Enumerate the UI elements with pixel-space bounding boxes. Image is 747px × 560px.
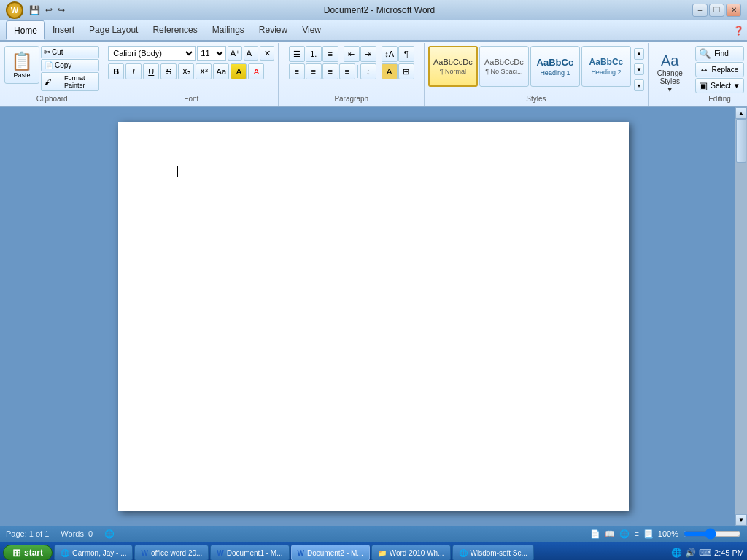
outline-btn[interactable]: ≡ xyxy=(634,529,638,538)
document-page[interactable] xyxy=(118,122,629,511)
scroll-thumb[interactable] xyxy=(736,119,746,163)
tab-mailings[interactable]: Mailings xyxy=(205,22,252,40)
grow-font-btn[interactable]: A⁺ xyxy=(228,46,242,61)
decrease-indent-button[interactable]: ⇤ xyxy=(344,46,360,62)
strikethrough-button[interactable]: S xyxy=(160,63,177,79)
scroll-up-btn[interactable]: ▲ xyxy=(735,107,747,119)
find-icon: 🔍 xyxy=(699,48,711,59)
format-painter-button[interactable]: 🖌 Format Painter xyxy=(41,72,99,91)
paste-icon: 📋 xyxy=(11,51,33,71)
clipboard-group: 📋 Paste ✂ Cut 📄 Copy 🖌 Format Painter Cl… xyxy=(0,43,104,106)
window-title: Document2 - Microsoft Word xyxy=(66,5,692,15)
shrink-font-btn[interactable]: A⁻ xyxy=(244,46,258,61)
justify-button[interactable]: ≡ xyxy=(339,63,355,79)
clipboard-tools: ✂ Cut 📄 Copy 🖌 Format Painter xyxy=(41,46,99,91)
style-normal-btn[interactable]: AaBbCcDc ¶ Normal xyxy=(428,46,478,87)
multilevel-button[interactable]: ≡ xyxy=(322,46,338,62)
document-area: ▲ ▼ xyxy=(0,107,747,526)
start-button[interactable]: ⊞ start xyxy=(3,545,53,560)
cut-button[interactable]: ✂ Cut xyxy=(41,46,99,58)
tab-review[interactable]: Review xyxy=(252,22,295,40)
close-btn[interactable]: ✕ xyxy=(726,4,741,17)
font-color-button[interactable]: A xyxy=(248,63,264,79)
scroll-down-btn[interactable]: ▼ xyxy=(735,514,747,526)
zoom-level: 100% xyxy=(658,529,678,538)
border-button[interactable]: ⊞ xyxy=(398,63,414,79)
tab-page-layout[interactable]: Page Layout xyxy=(82,22,145,40)
window-controls: – ❐ ✕ xyxy=(692,4,741,17)
paste-button[interactable]: 📋 Paste xyxy=(4,46,39,84)
save-quick-btn[interactable]: 💾 xyxy=(28,4,42,17)
align-center-button[interactable]: ≡ xyxy=(306,63,322,79)
tab-references[interactable]: References xyxy=(145,22,204,40)
taskbar-item-doc1[interactable]: W Document1 - M... xyxy=(210,545,289,560)
styles-more-btn[interactable]: ▾ xyxy=(634,79,644,91)
italic-button[interactable]: I xyxy=(125,63,142,79)
select-label: Select ▼ xyxy=(711,82,740,90)
words-status: Words: 0 xyxy=(61,529,93,538)
ribbon-tabs: Home Insert Page Layout References Maili… xyxy=(0,20,747,41)
doc1-icon: W xyxy=(217,549,223,557)
tab-home[interactable]: Home xyxy=(6,20,45,40)
styles-up-btn[interactable]: ▲ xyxy=(634,48,644,60)
sort-button[interactable]: ↕A xyxy=(382,46,398,62)
font-size-select[interactable]: 11 xyxy=(197,46,226,61)
increase-indent-button[interactable]: ⇥ xyxy=(360,46,376,62)
subscript-button[interactable]: X₂ xyxy=(178,63,194,79)
full-reading-btn[interactable]: 📖 xyxy=(605,529,615,539)
draft-btn[interactable]: 📃 xyxy=(643,529,654,539)
change-styles-button[interactable]: Aa ChangeStyles ▼ xyxy=(651,50,689,96)
no-spacing-preview: AaBbCcDc xyxy=(484,58,524,66)
align-right-button[interactable]: ≡ xyxy=(322,63,338,79)
style-heading1-btn[interactable]: AaBbCc Heading 1 xyxy=(530,46,580,87)
change-case-button[interactable]: Aa xyxy=(213,63,229,79)
network-icon: 🌐 xyxy=(671,548,682,558)
taskbar-item-garmon[interactable]: 🌐 Garmon, Jay - ... xyxy=(54,545,133,560)
find-button[interactable]: 🔍 Find xyxy=(695,46,743,61)
align-left-button[interactable]: ≡ xyxy=(289,63,305,79)
align-buttons: ≡ ≡ ≡ ≡ ↕ A ⊞ xyxy=(289,63,414,79)
web-layout-btn[interactable]: 🌐 xyxy=(619,529,630,539)
office-button[interactable]: W xyxy=(6,1,23,19)
volume-icon: 🔊 xyxy=(685,548,696,558)
copy-button[interactable]: 📄 Copy xyxy=(41,59,99,71)
minimize-btn[interactable]: – xyxy=(692,4,708,17)
line-spacing-button[interactable]: ↕ xyxy=(360,63,376,79)
taskbar-item-office[interactable]: W office word 20... xyxy=(134,545,209,560)
clear-formatting-btn[interactable]: ✕ xyxy=(260,46,274,61)
ribbon-help-btn[interactable]: ❓ xyxy=(733,26,744,36)
heading1-label: Heading 1 xyxy=(540,69,570,77)
heading1-preview: AaBbCc xyxy=(537,57,574,68)
paragraph-label: Paragraph xyxy=(283,93,419,104)
shading-button[interactable]: A xyxy=(382,63,398,79)
tab-insert[interactable]: Insert xyxy=(45,22,82,40)
undo-quick-btn[interactable]: ↩ xyxy=(44,4,54,17)
taskbar-item-doc2[interactable]: W Document2 - M... xyxy=(291,545,370,560)
taskbar-item-wisdom[interactable]: 🌐 Wisdom-soft Sc... xyxy=(452,545,534,560)
underline-button[interactable]: U xyxy=(143,63,159,79)
styles-down-btn[interactable]: ▼ xyxy=(634,63,644,75)
tab-view[interactable]: View xyxy=(295,22,328,40)
superscript-button[interactable]: X² xyxy=(196,63,212,79)
replace-button[interactable]: ↔ Replace xyxy=(695,62,743,77)
font-name-select[interactable]: Calibri (Body) xyxy=(108,46,196,61)
bullets-button[interactable]: ☰ xyxy=(289,46,305,62)
quick-access-toolbar: 💾 ↩ ↪ xyxy=(28,4,66,17)
show-formatting-button[interactable]: ¶ xyxy=(398,46,414,62)
change-styles-group: Aa ChangeStyles ▼ xyxy=(649,43,692,106)
print-layout-btn[interactable]: 📄 xyxy=(590,529,600,539)
taskbar-item-word2010[interactable]: 📁 Word 2010 Wh... xyxy=(371,545,451,560)
style-no-spacing-btn[interactable]: AaBbCcDc ¶ No Spaci... xyxy=(479,46,529,87)
highlight-button[interactable]: A xyxy=(231,63,247,79)
numbering-button[interactable]: 1. xyxy=(306,46,322,62)
system-tray: 🌐 🔊 ⌨ 2:45 PM xyxy=(671,548,744,558)
restore-btn[interactable]: ❐ xyxy=(709,4,724,17)
select-button[interactable]: ▣ Select ▼ xyxy=(695,78,743,93)
bold-button[interactable]: B xyxy=(108,63,124,79)
style-heading2-btn[interactable]: AaBbCc Heading 2 xyxy=(581,46,631,87)
zoom-slider[interactable] xyxy=(683,528,741,540)
taskbar: ⊞ start 🌐 Garmon, Jay - ... W office wor… xyxy=(0,542,747,560)
redo-quick-btn[interactable]: ↪ xyxy=(56,4,66,17)
doc2-icon: W xyxy=(298,549,304,557)
replace-label: Replace xyxy=(712,66,739,74)
